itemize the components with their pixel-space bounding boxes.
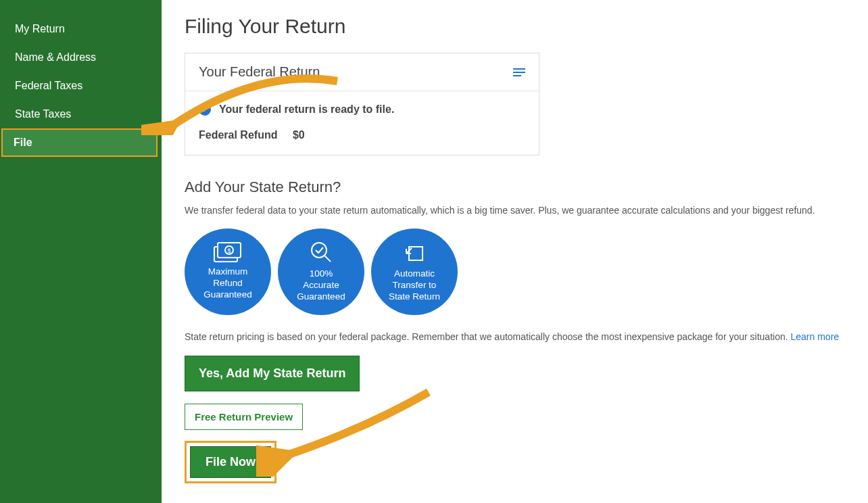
sidebar-item-file[interactable]: File [1,128,158,157]
card-body: ✓ Your federal return is ready to file. … [185,91,539,155]
magnifier-check-icon [309,240,333,264]
main-content: Filing Your Return Your Federal Return ✓… [162,0,868,503]
sidebar-item-state-taxes[interactable]: State Taxes [0,100,162,128]
text-lines-icon[interactable] [513,68,525,76]
svg-point-4 [312,243,327,258]
circle-accurate: 100% Accurate Guaranteed [278,229,364,315]
circle-line: Refund [213,278,243,289]
sidebar: My Return Name & Address Federal Taxes S… [0,0,162,503]
free-preview-button[interactable]: Free Return Preview [185,404,303,430]
page-title: Filing Your Return [185,15,848,38]
federal-return-card: Your Federal Return ✓ Your federal retur… [185,53,539,155]
circle-line: Guaranteed [297,291,345,303]
status-row: ✓ Your federal return is ready to file. [199,103,525,116]
svg-text:$: $ [227,247,231,254]
learn-more-link[interactable]: Learn more [791,331,840,342]
circle-line: Accurate [303,280,339,291]
refund-label: Federal Refund [199,129,277,141]
sidebar-item-name-address[interactable]: Name & Address [0,43,162,72]
circle-line: Maximum [208,266,248,278]
refund-row: Federal Refund $0 [199,129,525,141]
feature-circles: $ Maximum Refund Guaranteed 100% Accurat… [185,229,848,315]
circle-line: 100% [310,268,333,280]
state-intro: We transfer federal data to your state r… [185,204,848,218]
money-icon: $ [214,242,242,262]
sidebar-item-federal-taxes[interactable]: Federal Taxes [0,72,162,100]
add-state-button[interactable]: Yes, Add My State Return [185,356,360,391]
circle-max-refund: $ Maximum Refund Guaranteed [185,229,271,315]
circle-line: State Return [389,291,440,303]
refund-amount: $0 [293,129,305,141]
pricing-text: State return pricing is based on your fe… [185,331,848,342]
circle-line: Guaranteed [203,289,251,301]
circle-transfer: Automatic Transfer to State Return [371,229,458,315]
card-header: Your Federal Return [185,53,539,91]
status-text: Your federal return is ready to file. [219,103,394,116]
file-now-highlight: File Now [185,441,276,483]
transfer-icon [402,240,427,264]
circle-line: Automatic [394,268,435,280]
card-header-title: Your Federal Return [199,64,320,80]
sidebar-item-my-return[interactable]: My Return [0,15,162,43]
pricing-body: State return pricing is based on your fe… [185,331,791,342]
circle-line: Transfer to [393,280,437,291]
check-icon: ✓ [199,103,211,116]
state-section-title: Add Your State Return? [185,178,848,196]
file-now-button[interactable]: File Now [190,446,271,478]
